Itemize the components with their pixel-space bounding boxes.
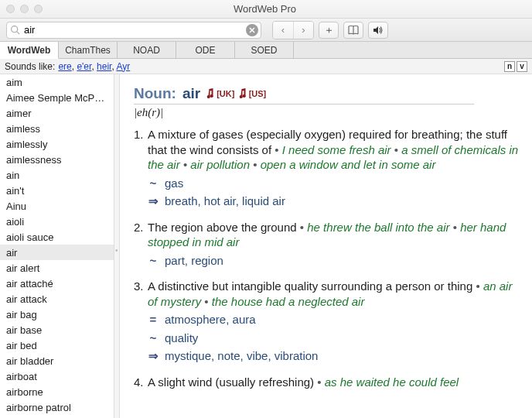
- window-title: WordWeb Pro: [43, 3, 487, 15]
- book-button[interactable]: [343, 22, 363, 39]
- clear-search-button[interactable]: [246, 24, 258, 36]
- sense-number: 1.: [134, 127, 148, 209]
- word-list-item[interactable]: air attack: [0, 291, 114, 307]
- relation: =atmosphere, aura: [148, 312, 520, 327]
- tab-ode[interactable]: ODE: [176, 42, 235, 58]
- add-button[interactable]: ＋: [319, 22, 339, 39]
- definition-pane[interactable]: Noun: air [UK] [US] |eh(r)| 1.A mixture …: [120, 74, 532, 418]
- word-list-item[interactable]: air alert: [0, 260, 114, 276]
- word-list[interactable]: aimAimee Semple McP…aimeraimlessaimlessl…: [0, 74, 114, 418]
- example: I need some fresh air: [282, 143, 391, 156]
- forward-button[interactable]: ›: [293, 22, 313, 39]
- relation-symbol: ~: [148, 331, 159, 346]
- word-list-item[interactable]: aimless: [0, 121, 114, 136]
- minimize-window-button[interactable]: [20, 5, 29, 13]
- word-list-item[interactable]: air: [0, 245, 114, 260]
- sounds-like-link[interactable]: ere: [58, 61, 71, 72]
- sense-number: 3.: [134, 279, 148, 364]
- relation-words[interactable]: part, region: [165, 253, 223, 269]
- sounds-like-label: Sounds like:: [5, 61, 55, 72]
- sounds-like-link[interactable]: heir: [97, 61, 111, 72]
- word-list-item[interactable]: air bag: [0, 307, 114, 322]
- relation-words[interactable]: breath, hot air, liquid air: [165, 194, 285, 209]
- close-window-button[interactable]: [6, 5, 15, 13]
- relation-symbol: ~: [148, 176, 159, 191]
- word-list-item[interactable]: air attaché: [0, 276, 114, 291]
- relation-symbol: =: [148, 312, 159, 327]
- word-list-item[interactable]: airborne transmission: [0, 415, 114, 418]
- relation-words[interactable]: quality: [165, 331, 198, 346]
- word-list-item[interactable]: air bed: [0, 337, 114, 353]
- pronunciation: |eh(r)|: [134, 104, 474, 119]
- example: open a window and let in some air: [261, 158, 436, 171]
- example: as he waited he could feel: [325, 375, 459, 389]
- search-input[interactable]: [6, 22, 261, 39]
- word-list-item[interactable]: airborne patrol: [0, 399, 114, 415]
- splitter[interactable]: [114, 74, 120, 418]
- word-list-item[interactable]: aioli: [0, 214, 114, 229]
- sense: 2.The region above the ground • he threw…: [134, 220, 520, 269]
- example: the house had a neglected air: [212, 295, 365, 308]
- traffic-lights: [6, 5, 43, 13]
- word-list-item[interactable]: aimlessness: [0, 152, 114, 167]
- relation-symbol: ⇒: [148, 194, 159, 209]
- definition-text: A distinctive but intangible quality sur…: [148, 279, 472, 293]
- audio-button[interactable]: [US]: [239, 88, 267, 98]
- sense-body: A distinctive but intangible quality sur…: [148, 279, 520, 364]
- word-list-item[interactable]: aimlessly: [0, 136, 114, 152]
- speaker-button[interactable]: [368, 22, 388, 39]
- toolbar: ‹ › ＋: [0, 19, 532, 42]
- headword: air: [182, 85, 200, 102]
- word-list-item[interactable]: aioli sauce: [0, 229, 114, 245]
- example: air pollution: [190, 158, 250, 171]
- sense: 1.A mixture of gases (especially oxygen)…: [134, 127, 520, 209]
- audio-button[interactable]: [UK]: [206, 88, 234, 98]
- sense: 4.A slight wind (usually refreshing) • a…: [134, 375, 520, 390]
- search-wrap: [6, 22, 261, 39]
- dictionary-tabs: WordWebChamThesNOADODESOED: [0, 42, 532, 59]
- tab-noad[interactable]: NOAD: [118, 42, 176, 58]
- relation-symbol: ~: [148, 253, 159, 269]
- relation-words[interactable]: mystique, note, vibe, vibration: [165, 348, 318, 364]
- svg-line-1: [17, 31, 19, 33]
- relation-words[interactable]: gas: [165, 176, 183, 191]
- relation: ~part, region: [148, 253, 520, 269]
- word-list-item[interactable]: airboat: [0, 368, 114, 384]
- word-list-item[interactable]: Ainu: [0, 198, 114, 214]
- relation: ⇒breath, hot air, liquid air: [148, 194, 520, 209]
- tab-chamthes[interactable]: ChamThes: [59, 42, 118, 58]
- definition-text: The region above the ground: [148, 221, 297, 234]
- zoom-window-button[interactable]: [34, 5, 43, 13]
- tab-soed[interactable]: SOED: [235, 42, 294, 58]
- pos-filter-v[interactable]: v: [517, 61, 527, 72]
- svg-point-0: [12, 26, 18, 32]
- word-list-item[interactable]: air base: [0, 322, 114, 337]
- sense-number: 4.: [134, 375, 148, 390]
- sense-body: The region above the ground • he threw t…: [148, 220, 520, 269]
- word-list-item[interactable]: aim: [0, 74, 114, 90]
- sounds-like-link[interactable]: Ayr: [116, 61, 130, 72]
- music-note-icon: [206, 88, 215, 98]
- nav-buttons: ‹ ›: [272, 21, 314, 39]
- word-list-item[interactable]: airborne: [0, 384, 114, 399]
- speaker-icon: [373, 26, 384, 35]
- example: he threw the ball into the air: [307, 221, 449, 234]
- search-icon: [10, 25, 20, 37]
- word-list-item[interactable]: aimer: [0, 105, 114, 121]
- word-list-item[interactable]: air bladder: [0, 353, 114, 368]
- word-list-item[interactable]: Aimee Semple McP…: [0, 90, 114, 105]
- word-list-item[interactable]: ain't: [0, 183, 114, 198]
- relation-symbol: ⇒: [148, 348, 159, 364]
- sense-number: 2.: [134, 220, 148, 269]
- tab-wordweb[interactable]: WordWeb: [0, 42, 59, 59]
- relation-words[interactable]: atmosphere, aura: [165, 312, 256, 327]
- back-button[interactable]: ‹: [273, 22, 293, 39]
- svg-marker-5: [373, 26, 378, 34]
- music-note-icon: [239, 88, 247, 98]
- word-list-item[interactable]: ain: [0, 167, 114, 183]
- pos-filter-n[interactable]: n: [504, 61, 515, 72]
- book-icon: [348, 26, 359, 35]
- sounds-like-link[interactable]: e'er: [77, 61, 91, 72]
- entry-heading: Noun: air [UK] [US]: [134, 85, 520, 102]
- titlebar: WordWeb Pro: [0, 0, 532, 19]
